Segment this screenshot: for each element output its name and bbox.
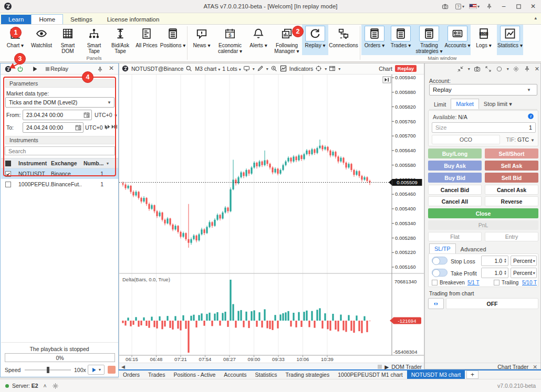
dom-trader-tab[interactable]: DOM Trader: [391, 364, 422, 370]
to-date-input[interactable]: 24.04.24 00:00: [23, 122, 84, 133]
instrument-row-notusdt[interactable]: NOTUSDTBinance1: [1, 168, 118, 179]
ribbon-button-bid-ask-tape[interactable]: Bid/Ask Tape: [107, 25, 133, 55]
instrument-row-1000pepeu[interactable]: 1000PEPEU...BinanceFut...1: [1, 179, 118, 189]
ribbon-button-trading-strategies[interactable]: Trading strategies ▾: [414, 25, 444, 55]
theme-icon[interactable]: [496, 66, 503, 73]
size-input[interactable]: Size 1: [432, 122, 536, 133]
ribbon-button-smart-tape[interactable]: Smart Tape: [81, 25, 107, 55]
ribbon-button-positions[interactable]: Positions ▾: [160, 25, 186, 55]
close-panel-icon[interactable]: ✕: [109, 65, 114, 72]
cancel-bid-button[interactable]: Cancel Bid: [428, 185, 482, 195]
lots-dropdown[interactable]: 1 Lots ▾: [222, 66, 241, 72]
pin-window-icon[interactable]: [483, 2, 495, 12]
close-icon[interactable]: ✕: [533, 364, 537, 370]
ribbon-button-economic-calendar[interactable]: $Economic calendar ▾: [215, 25, 245, 55]
language-button[interactable]: ▾: [469, 2, 480, 12]
bottom-tab-accounts[interactable]: Accounts: [220, 370, 251, 379]
order-tab-limit[interactable]: Limit: [429, 100, 451, 109]
bottom-tab-orders[interactable]: Orders: [119, 370, 144, 379]
ribbon-button-alerts[interactable]: Alerts ▾: [245, 25, 272, 55]
maximize-button[interactable]: [513, 2, 524, 12]
ribbon-button-trades[interactable]: Trades ▾: [388, 25, 414, 55]
take-profit-toggle[interactable]: [432, 269, 448, 277]
cancel-all-button[interactable]: Cancel All: [428, 196, 482, 206]
menu-tab-settings[interactable]: Settings: [63, 15, 100, 24]
scroll-left-icon[interactable]: ◀: [121, 364, 125, 369]
take-profit-value[interactable]: 1.0▲▼: [481, 268, 508, 278]
from-timezone-dropdown[interactable]: UTC+0 ▼: [95, 112, 118, 118]
ribbon-button-connections[interactable]: Connections: [328, 25, 359, 55]
color-swatch[interactable]: [108, 366, 116, 374]
play-button[interactable]: ▼: [88, 365, 105, 375]
sltp-tab-sl-tp[interactable]: SL/TP: [429, 243, 456, 254]
ribbon-button-replay[interactable]: Replay ▾: [302, 25, 328, 55]
buy-long-button[interactable]: Buy/Long: [428, 149, 482, 158]
ribbon-button-news[interactable]: News ▾: [189, 25, 215, 55]
monitor-icon[interactable]: [243, 65, 251, 72]
collapse-ribbon-button[interactable]: ▴: [534, 15, 537, 20]
scroll-handle[interactable]: [378, 365, 382, 369]
bottom-tab-notusdt-m3-chart[interactable]: NOTUSDT M3 chart: [407, 370, 465, 379]
trailing-checkbox[interactable]: [494, 280, 500, 285]
row-checkbox[interactable]: [5, 182, 11, 187]
chart-symbol[interactable]: NOTUSDT@Binance: [131, 66, 183, 72]
ribbon-button-statistics[interactable]: Statistics ▾: [497, 25, 523, 55]
column-number[interactable]: Numb...: [84, 160, 104, 166]
from-date-input[interactable]: 23.04.24 00:00: [23, 110, 92, 120]
bottom-tab-statistics[interactable]: Statistics: [251, 370, 282, 379]
close-button[interactable]: ✕: [527, 2, 539, 12]
speed-slider[interactable]: [25, 369, 71, 370]
menu-tab-learn[interactable]: Learn: [1, 15, 31, 24]
select-all-checkbox[interactable]: [5, 161, 11, 166]
bottom-tab-trades[interactable]: Trades: [144, 370, 169, 379]
breakeven-checkbox[interactable]: [432, 280, 438, 285]
ribbon-button-smart-dom[interactable]: Smart DOM: [55, 25, 81, 55]
indicators-button[interactable]: Indicators: [289, 66, 314, 72]
sell-short-button[interactable]: Sell/Short: [485, 149, 538, 158]
flat-button[interactable]: Flat: [428, 232, 482, 241]
calendar-icon[interactable]: [75, 124, 81, 131]
indicators-icon[interactable]: [280, 65, 287, 72]
order-tab-market[interactable]: Market: [451, 99, 479, 109]
instrument-table-header[interactable]: Instrument Exchange Numb... ▼: [1, 158, 118, 168]
chart-trading-arrows-button[interactable]: [428, 298, 444, 309]
ribbon-button-all-prices[interactable]: All Prices: [133, 25, 160, 55]
column-exchange[interactable]: Exchange: [51, 160, 81, 166]
chart-scrollbar[interactable]: ◀ ▶ DOM Trader: [119, 363, 424, 370]
price-chart[interactable]: 06:1506:4807:2107:5408:2709:0009:3310:06…: [119, 75, 424, 363]
fast-forward-icon[interactable]: [104, 123, 111, 130]
scroll-right-icon[interactable]: ▶: [384, 364, 389, 370]
screenshot-icon[interactable]: [439, 2, 451, 12]
timeframe-dropdown[interactable]: M3 chart ▾: [195, 66, 220, 72]
layout-icon[interactable]: [329, 65, 336, 72]
menu-tab-license-information[interactable]: License information: [100, 15, 167, 24]
drawing-tools-icon[interactable]: [257, 65, 264, 72]
calendar-icon[interactable]: [84, 112, 90, 118]
trailing-link[interactable]: 5/10 T: [522, 280, 537, 285]
account-dropdown[interactable]: Replay ▼: [429, 84, 537, 96]
oco-button[interactable]: OCO: [432, 135, 500, 144]
minimize-button[interactable]: –: [498, 2, 509, 12]
slider-thumb[interactable]: [47, 367, 49, 373]
stop-loss-unit-dropdown[interactable]: Percent▼: [511, 256, 537, 266]
close-icon[interactable]: ✕: [535, 66, 539, 72]
order-tab-stop-limit[interactable]: Stop limit ▾: [479, 99, 517, 109]
column-instrument[interactable]: Instrument: [18, 160, 51, 166]
bottom-tab-1000pepeusdt-m1-chart[interactable]: 1000PEPEUSDT M1 chart: [334, 370, 407, 379]
cancel-ask-button[interactable]: Cancel Ask: [485, 185, 538, 195]
crosshair-icon[interactable]: [315, 65, 322, 72]
ribbon-button-watchlist[interactable]: Watchlist: [28, 25, 55, 55]
help-button[interactable]: ?▾: [454, 2, 465, 12]
info-icon[interactable]: i: [527, 113, 534, 120]
stop-loss-value[interactable]: 1.0▲▼: [481, 256, 508, 266]
tif-dropdown[interactable]: TIF: GTC ▼: [506, 136, 535, 143]
buy-bid-button[interactable]: Buy Bid: [428, 173, 482, 183]
sltp-tab-advanced[interactable]: Advanced: [456, 245, 491, 254]
expand-icon[interactable]: [485, 66, 492, 73]
bottom-tab-positions-active[interactable]: Positions - Active: [169, 370, 220, 379]
pin-icon[interactable]: [524, 66, 531, 73]
menu-tab-home[interactable]: Home: [31, 14, 63, 24]
pin-panel-icon[interactable]: [95, 65, 105, 73]
zoom-in-icon[interactable]: [270, 65, 278, 72]
sell-ask-button[interactable]: Sell Ask: [485, 161, 538, 171]
